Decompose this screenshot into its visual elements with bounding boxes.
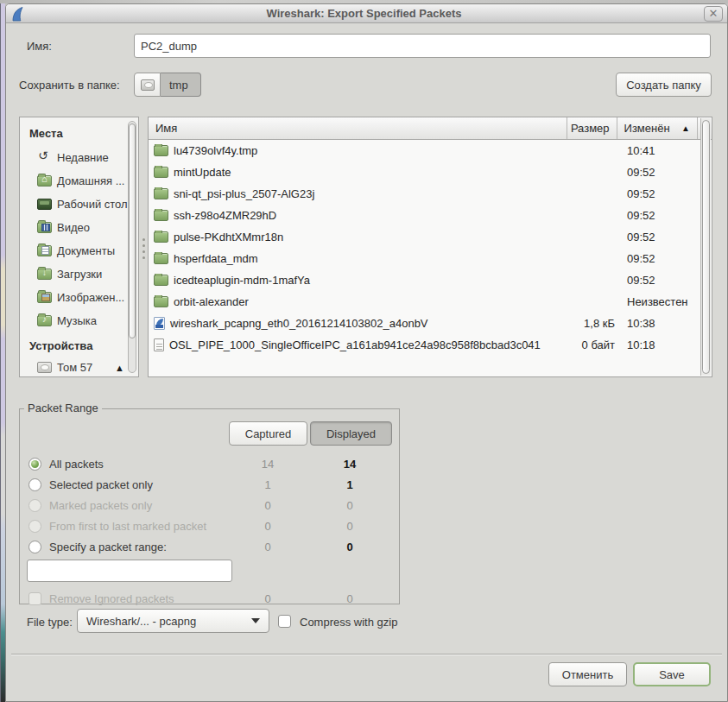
file-list-scrollbar-thumb[interactable] — [702, 120, 710, 374]
packet-range-radio[interactable] — [28, 478, 41, 491]
file-name: sni-qt_psi-plus_2507-AlG23j — [174, 187, 314, 200]
folder-icon — [154, 188, 168, 199]
sidebar-item[interactable]: Рабочий стол — [20, 193, 138, 216]
sidebar-item[interactable]: Изображен... — [20, 286, 138, 309]
document-icon — [154, 338, 164, 351]
displayed-count: 0 — [307, 592, 392, 605]
filename-input[interactable]: PC2_dump — [134, 34, 711, 58]
folder-icon — [154, 253, 168, 264]
sidebar-item[interactable]: Недавние — [20, 146, 138, 169]
filesystem-root-button[interactable] — [134, 73, 161, 97]
action-area-separator — [11, 654, 722, 655]
export-packets-dialog: Wireshark: Export Specified Packets ✕ Им… — [5, 3, 728, 702]
folder-icon — [154, 296, 168, 307]
captured-count: 1 — [228, 478, 307, 491]
packet-range-radio — [28, 499, 41, 512]
file-modified: 09:52 — [620, 187, 701, 200]
packet-range-legend: Packet Range — [24, 402, 102, 414]
titlebar: Wireshark: Export Specified Packets ✕ — [6, 4, 727, 23]
places-header: Места — [29, 127, 138, 140]
save-button[interactable]: Save — [633, 662, 711, 686]
displayed-count: 0 — [307, 541, 392, 553]
sort-ascending-icon: ▲ — [681, 123, 690, 133]
pictures-folder-icon — [37, 292, 52, 303]
file-type-dropdown[interactable]: Wireshark/... - pcapng — [77, 609, 269, 633]
packet-range-radio[interactable] — [28, 541, 41, 553]
file-row[interactable]: mintUpdate 09:52 — [149, 161, 712, 183]
file-modified: 09:52 — [620, 252, 701, 265]
sidebar-item[interactable]: Музыка — [20, 309, 138, 332]
sidebar-item[interactable]: Видео — [20, 216, 138, 239]
path-breadcrumb: tmp — [134, 73, 201, 97]
folder-icon — [154, 145, 168, 156]
packet-range-input[interactable] — [27, 560, 232, 582]
sidebar-scrollbar[interactable] — [128, 121, 136, 373]
sidebar-scrollbar-thumb[interactable] — [129, 123, 136, 338]
devices-list: Том 57 ▲ — [20, 356, 138, 377]
devices-header: Устройства — [29, 339, 138, 352]
file-row[interactable]: hsperfdata_mdm 09:52 — [149, 248, 712, 269]
disk-icon — [141, 79, 155, 91]
file-type-label: File type: — [27, 616, 73, 629]
packet-range-option-row: Specify a packet range: 0 0 — [27, 536, 392, 557]
file-row[interactable]: icedteaplugin-mdm-1mafYa 09:52 — [149, 269, 712, 291]
file-modified: 10:18 — [620, 338, 701, 351]
packet-range-column-buttons: Captured Displayed — [27, 421, 392, 446]
displayed-button[interactable]: Displayed — [310, 421, 392, 446]
displayed-count: 14 — [307, 458, 392, 471]
pane-splitter-handle[interactable] — [142, 235, 146, 262]
recent-icon — [37, 152, 52, 163]
column-header-size[interactable]: Размер — [567, 117, 617, 139]
wireshark-fin-icon — [10, 6, 24, 22]
file-row[interactable]: orbit-alexander Неизвестен — [149, 291, 712, 313]
folder-icon — [154, 210, 168, 221]
captured-count: 0 — [228, 541, 307, 553]
file-row[interactable]: lu4739olvf4y.tmp 10:41 — [149, 140, 712, 161]
column-header-name[interactable]: Имя — [149, 117, 567, 139]
sidebar-item[interactable]: Документы — [20, 239, 138, 262]
sidebar-item[interactable]: Домашняя ... — [20, 169, 138, 193]
packet-range-radio[interactable] — [28, 458, 41, 471]
close-button[interactable]: ✕ — [704, 6, 723, 22]
captured-count: 0 — [228, 499, 307, 512]
file-row[interactable]: pulse-PKdhtXMmr18n 09:52 — [149, 226, 712, 248]
file-modified: 10:41 — [620, 144, 701, 157]
packet-range-option-row: All packets 14 14 — [27, 453, 392, 474]
captured-count: 14 — [228, 458, 307, 471]
pcap-file-icon — [154, 317, 165, 330]
file-row[interactable]: wireshark_pcapng_eth0_20161214103802_a4o… — [149, 313, 712, 334]
file-name: pulse-PKdhtXMmr18n — [174, 231, 283, 243]
packet-range-radio — [28, 520, 41, 533]
file-name: ssh-z98o4ZMR29hD — [174, 209, 276, 222]
file-list-scrollbar[interactable] — [700, 118, 711, 376]
column-header-modified[interactable]: Изменён ▲ — [617, 117, 698, 139]
file-modified: 09:52 — [620, 166, 701, 179]
file-rows: lu4739olvf4y.tmp 10:41 mintUpdate 09:52 — [149, 140, 712, 356]
file-modified: 09:52 — [620, 209, 701, 222]
captured-button[interactable]: Captured — [229, 421, 307, 446]
cancel-button[interactable]: Отменить — [548, 662, 627, 686]
file-modified: 10:38 — [620, 317, 701, 330]
create-folder-button[interactable]: Создать папку — [616, 73, 712, 97]
folder-icon — [154, 231, 168, 243]
folder-icon — [154, 167, 168, 178]
folder-icon — [154, 275, 168, 286]
file-row[interactable]: OSL_PIPE_1000_SingleOfficeIPC_a161ab941c… — [149, 334, 712, 356]
file-type-value: Wireshark/... - pcapng — [86, 615, 196, 628]
file-name: lu4739olvf4y.tmp — [174, 144, 257, 157]
file-row[interactable]: ssh-z98o4ZMR29hD 09:52 — [149, 205, 712, 226]
displayed-count: 1 — [307, 478, 392, 491]
desktop-icon — [37, 199, 52, 210]
scroll-up-arrow-icon[interactable]: ▲ — [115, 363, 124, 373]
file-modified: 09:52 — [620, 274, 701, 287]
file-row[interactable]: sni-qt_psi-plus_2507-AlG23j 09:52 — [149, 183, 712, 205]
file-name: hsperfdata_mdm — [174, 252, 258, 265]
displayed-count: 0 — [307, 520, 392, 533]
video-folder-icon — [37, 222, 52, 233]
sidebar-item-device[interactable]: Том 57 ▲ — [20, 356, 138, 377]
file-name: icedteaplugin-mdm-1mafYa — [174, 274, 310, 287]
path-segment-tmp-button[interactable]: tmp — [161, 73, 201, 97]
sidebar-item[interactable]: Загрузки — [20, 262, 138, 286]
compress-gzip-checkbox[interactable] — [278, 615, 291, 628]
captured-count: 0 — [228, 592, 307, 605]
